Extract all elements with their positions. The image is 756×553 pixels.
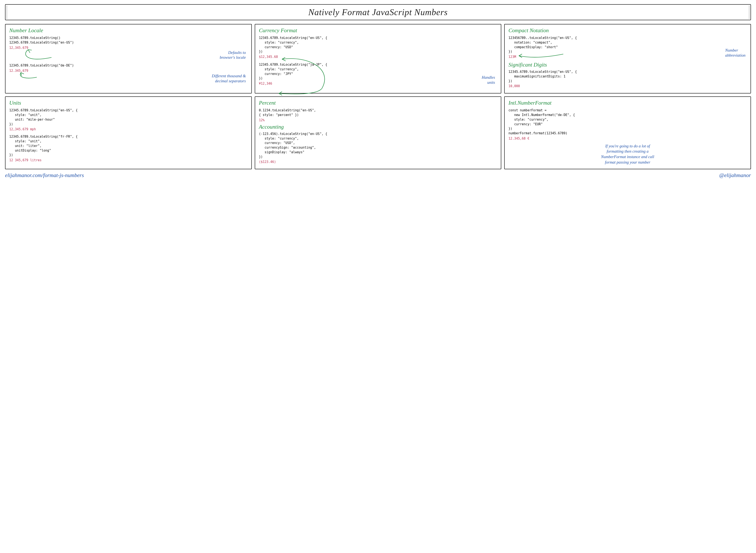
card-compact-notation: Compact Notation 123456789..toLocaleStri…: [504, 24, 751, 93]
footer-link: elijahmanor.com/format-js-numbers: [5, 172, 84, 178]
output-text: 12 345,679 litres: [9, 158, 248, 162]
code-block: 123456789..toLocaleString("en-US", { not…: [508, 36, 747, 54]
card-heading: Units: [9, 100, 248, 106]
output-text: 12.345,679: [9, 69, 248, 73]
card-units: Units 12345.6789.toLocaleString("en-US",…: [5, 96, 252, 169]
annotation: Defaults to browser's locale: [9, 50, 248, 60]
annotation: Different thousand & decimal separators: [9, 73, 248, 84]
output-text: $12,345.68: [259, 55, 497, 59]
page-title: Natively Format JavaScript Numbers: [10, 7, 746, 17]
code-block: (-123.456).toLocaleString("en-US", { sty…: [259, 132, 497, 159]
code-block: 12345.6789.toLocaleString("de-DE"): [9, 63, 248, 68]
output-text: 12,345.679 mph: [9, 127, 248, 131]
code-block: const numberFormat = new Intl.NumberForm…: [508, 108, 747, 136]
output-text: 10,000: [508, 84, 747, 88]
code-block: 12345.6789.toLocaleString("en-US", { sty…: [9, 108, 248, 127]
code-block: 12345.6789.toLocaleString("en-US", { sty…: [259, 36, 497, 54]
card-currency-format: Currency Format 12345.6789.toLocaleStrin…: [255, 24, 501, 93]
title-box: Natively Format JavaScript Numbers: [5, 4, 751, 20]
output-text: 123M: [508, 55, 747, 59]
output-text: ($123.46): [259, 160, 497, 164]
code-block: 12345.6789.toLocaleString("fr-FR", { sty…: [9, 135, 248, 157]
card-heading: Percent: [259, 100, 497, 106]
footer: elijahmanor.com/format-js-numbers @elija…: [5, 172, 751, 178]
card-heading: Compact Notation: [508, 27, 747, 34]
annotation: Handles units: [482, 75, 495, 85]
output-text: ¥12,346: [259, 82, 272, 85]
output-text: 12%: [259, 118, 497, 122]
card-heading: Currency Format: [259, 27, 497, 34]
card-percent-accounting: Percent 0.1234.toLocaleString("en-US", {…: [255, 96, 501, 169]
code-block: 12345.6789.toLocaleString("en-US", { max…: [508, 70, 747, 83]
annotation: If you're going to do a lot of formattin…: [508, 143, 747, 165]
code-block: 12345.6789.toLocaleString("ja-JP", { sty…: [259, 63, 497, 81]
card-heading: Number Locale: [9, 27, 248, 34]
card-heading: Accounting: [259, 124, 497, 130]
annotation: Number abbreviation: [725, 48, 746, 58]
code-block: 0.1234.toLocaleString("en-US", { style: …: [259, 108, 497, 117]
output-text: 12.345,68 €: [508, 137, 747, 140]
card-intl-numberformat: Intl.NumberFormat const numberFormat = n…: [504, 96, 751, 169]
card-heading: Significant Digits: [508, 62, 747, 68]
card-grid: Number Locale 12345.6789.toLocaleString(…: [5, 24, 751, 169]
footer-handle: @elijahmanor: [719, 172, 751, 178]
card-number-locale: Number Locale 12345.6789.toLocaleString(…: [5, 24, 252, 93]
code-block: 12345.6789.toLocaleString() 12345.6789.t…: [9, 36, 248, 45]
output-text: 12,345.679: [9, 46, 248, 50]
card-heading: Intl.NumberFormat: [508, 100, 747, 106]
